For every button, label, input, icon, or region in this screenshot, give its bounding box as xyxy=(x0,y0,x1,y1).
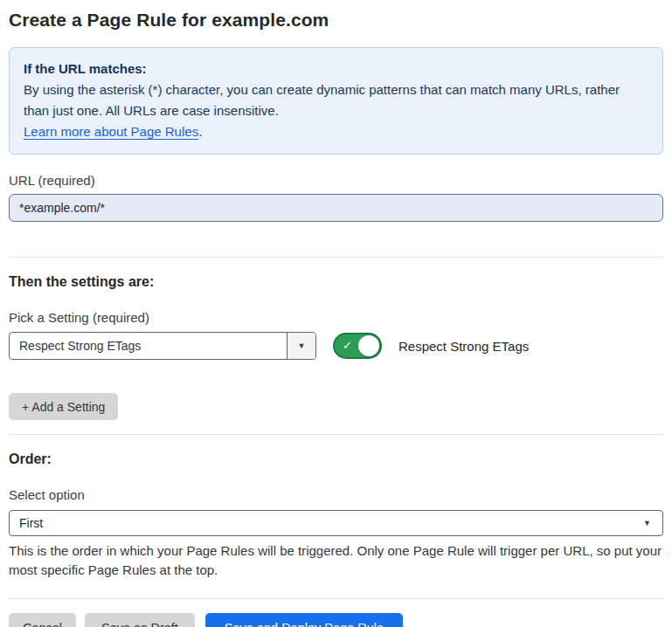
link-suffix: . xyxy=(198,124,202,139)
etags-toggle[interactable]: ✓ xyxy=(333,333,382,359)
learn-more-link[interactable]: Learn more about Page Rules xyxy=(24,124,198,139)
chevron-down-icon: ▼ xyxy=(298,342,306,350)
settings-section-heading: Then the settings are: xyxy=(9,274,663,290)
toggle-knob xyxy=(358,335,379,356)
cancel-button[interactable]: Cancel xyxy=(9,613,76,627)
setting-select-arrow-button[interactable]: ▼ xyxy=(287,333,315,359)
url-match-info-box: If the URL matches: By using the asteris… xyxy=(9,47,663,155)
section-divider xyxy=(9,598,663,599)
save-and-deploy-button[interactable]: Save and Deploy Page Rule xyxy=(205,613,403,627)
setting-select-value: Respect Strong ETags xyxy=(10,333,287,359)
setting-row: Respect Strong ETags ▼ ✓ Respect Strong … xyxy=(9,332,663,360)
section-divider xyxy=(9,434,663,435)
pick-setting-label: Pick a Setting (required) xyxy=(9,310,663,325)
save-as-draft-button[interactable]: Save as Draft xyxy=(85,613,195,627)
create-page-rule-panel: Create a Page Rule for example.com If th… xyxy=(0,0,672,627)
order-select-label: Select option xyxy=(9,487,663,502)
page-title: Create a Page Rule for example.com xyxy=(9,10,663,31)
order-section-heading: Order: xyxy=(9,451,663,467)
url-field-label: URL (required) xyxy=(9,173,663,188)
order-help-text: This is the order in which your Page Rul… xyxy=(9,541,663,580)
url-input[interactable] xyxy=(9,194,663,222)
section-divider xyxy=(9,257,663,258)
actions-row: Cancel Save as Draft Save and Deploy Pag… xyxy=(9,613,663,627)
add-setting-button[interactable]: + Add a Setting xyxy=(9,393,118,420)
order-select[interactable]: First ▼ xyxy=(9,510,663,536)
chevron-down-icon: ▼ xyxy=(643,520,651,527)
toggle-label: Respect Strong ETags xyxy=(398,339,529,354)
info-box-body: By using the asterisk (*) character, you… xyxy=(24,79,648,121)
setting-select[interactable]: Respect Strong ETags ▼ xyxy=(9,332,316,360)
check-icon: ✓ xyxy=(343,339,352,352)
order-select-value: First xyxy=(19,516,643,530)
info-box-heading: If the URL matches: xyxy=(24,59,648,79)
info-box-link-line: Learn more about Page Rules. xyxy=(24,121,648,142)
